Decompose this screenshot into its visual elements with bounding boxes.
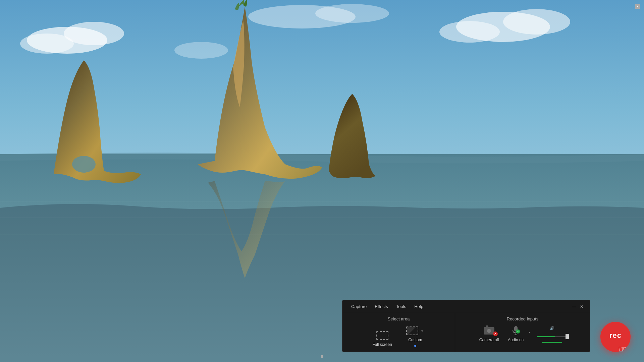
volume-track (537, 336, 567, 337)
record-label: rec (609, 331, 622, 340)
select-area-buttons: Full screen ▾ Custom (342, 324, 455, 349)
menu-item-capture[interactable]: Capture (348, 303, 370, 310)
window-close-icon[interactable]: ✕ (579, 304, 585, 310)
custom-dropdown-arrow[interactable]: ▾ (420, 326, 425, 336)
camera-label: Camera off (479, 338, 499, 342)
recorded-inputs-title: Recorded inputs (455, 316, 590, 321)
recorded-inputs-section: Recorded inputs ✕ Camera off (455, 313, 590, 352)
custom-icon (406, 326, 418, 335)
recorded-inputs-buttons: ✕ Camera off (455, 324, 590, 344)
custom-selected-indicator (414, 345, 416, 347)
toolbar-content: Select area Full screen ▾ (342, 313, 590, 352)
custom-label: Custom (408, 338, 422, 342)
select-area-title: Select area (342, 316, 455, 321)
audio-level-indicator (542, 342, 562, 343)
volume-slider-section: 🔊 (535, 325, 569, 344)
volume-icon-row: 🔊 (550, 326, 554, 330)
custom-button[interactable]: ▾ Custom (401, 324, 429, 349)
audio-button[interactable]: ✓ Audio on (505, 324, 526, 344)
fullscreen-label: Full screen (372, 342, 392, 347)
custom-icon-wrap (406, 326, 419, 336)
fullscreen-icon (376, 331, 388, 340)
fullscreen-button[interactable]: Full screen (368, 329, 396, 349)
toolbar-panel: Capture Effects Tools Help — ✕ Select ar… (342, 300, 590, 352)
camera-lens-icon (487, 329, 491, 333)
camera-off-badge: ✕ (493, 331, 498, 336)
svg-point-8 (315, 4, 389, 23)
svg-point-6 (439, 21, 500, 43)
record-button[interactable]: rec (600, 322, 631, 352)
menu-item-help[interactable]: Help (411, 303, 427, 310)
camera-button[interactable]: ✕ Camera off (476, 324, 502, 344)
svg-point-5 (503, 9, 570, 35)
mic-svg-icon: ✓ (512, 325, 520, 336)
svg-point-9 (174, 42, 228, 59)
svg-text:✓: ✓ (517, 330, 519, 333)
volume-slider-container[interactable] (537, 333, 567, 341)
window-minimize-icon[interactable]: — (571, 304, 577, 310)
audio-group: ✓ Audio on ▾ (505, 324, 532, 344)
fullscreen-icon-wrap (376, 331, 389, 340)
menu-bar: Capture Effects Tools Help — ✕ (342, 300, 590, 313)
window-minimize-button[interactable]: ▪ (635, 4, 640, 9)
svg-point-3 (20, 34, 74, 54)
custom-icon-group: ▾ (406, 326, 425, 336)
svg-point-11 (72, 156, 96, 173)
mic-icon-wrap: ✓ (510, 326, 522, 336)
volume-icon: 🔊 (550, 326, 554, 330)
audio-label: Audio on (508, 338, 524, 342)
taskbar-indicator (321, 355, 323, 358)
camera-icon-wrap: ✕ (482, 326, 496, 336)
volume-thumb[interactable] (566, 334, 569, 339)
menu-item-tools[interactable]: Tools (393, 303, 410, 310)
select-area-section: Select area Full screen ▾ (342, 313, 455, 352)
volume-fill (537, 336, 555, 337)
audio-dropdown-arrow[interactable]: ▾ (527, 327, 532, 337)
audio-icon-row: ✓ Audio on ▾ (505, 324, 532, 344)
menu-item-effects[interactable]: Effects (371, 303, 391, 310)
camera-notch-icon (486, 325, 488, 327)
